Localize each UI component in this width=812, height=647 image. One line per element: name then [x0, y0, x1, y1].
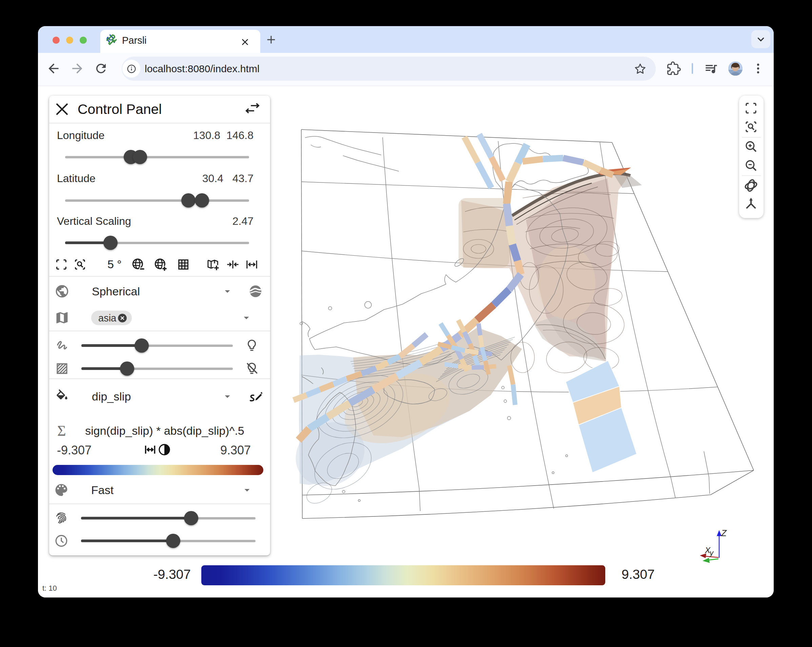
svg-text:y: y [709, 549, 714, 557]
svg-text:Z: Z [721, 528, 727, 538]
